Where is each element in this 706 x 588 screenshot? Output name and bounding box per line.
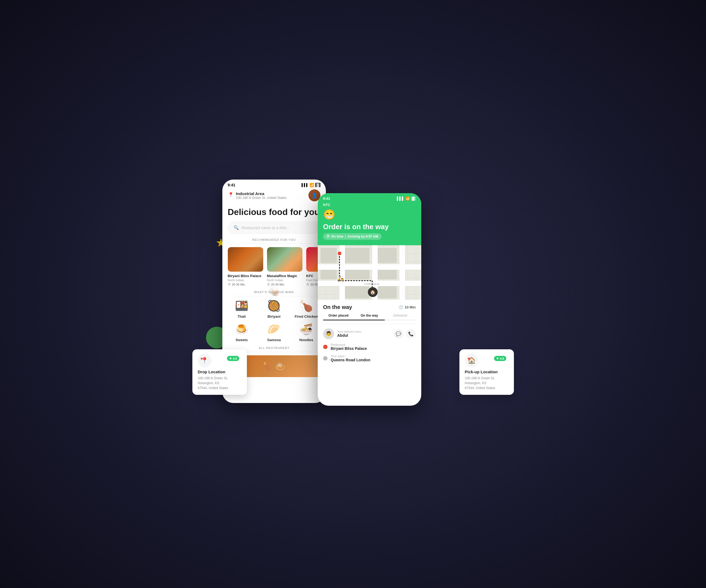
recommended-section: 🍛 Biryani Bliss Palace North Indian ⏱ 20…	[222, 247, 326, 286]
pickup-location-card: 🏠 ♥ ★ 4.8 Pick-up Location 100-198 N Gre…	[459, 349, 514, 395]
drop-rating-badge: ★ 4.8	[227, 356, 239, 361]
p2-status-bar: 9:41 ▌▌▌ 📶 ▓	[323, 193, 416, 203]
clock-badge-icon: ⏱	[326, 235, 330, 238]
step-order-placed[interactable]: Order placed	[323, 314, 354, 320]
delivery-actions: 💬 📞	[393, 329, 416, 339]
delivery-hero-row: 👨 Your delivery hero Abdul 💬 📞	[323, 328, 416, 339]
tracking-header: On the way 🕐 10 Min	[323, 304, 416, 310]
place-label: Your place	[331, 354, 416, 358]
scene: 📍 ♥ ★ 4.8 Drop Location 100-198 N Green …	[190, 171, 517, 417]
delivery-info: 👨 Your delivery hero Abdul 💬 📞 Restauran…	[323, 328, 416, 362]
place-name: Queens Road London	[331, 358, 416, 362]
p2-signal-icon: ▌▌▌	[397, 196, 404, 201]
place-dot	[323, 356, 327, 360]
time-clock-icon: 🕐	[399, 305, 403, 309]
delivery-hero-info: Your delivery hero Abdul	[337, 330, 390, 338]
pickup-icon-circle: 🏠	[465, 354, 478, 367]
step-delivered[interactable]: Delivered	[385, 314, 416, 320]
p2-battery-icon: ▓	[411, 196, 416, 201]
map-rider-icon: 🛵	[337, 275, 344, 282]
p2-map-area: LOWERVAILSE 🏠 🛵	[318, 245, 421, 300]
pickup-card-address: 100-198 N Green St,Hoisington, KS67544, …	[465, 376, 508, 390]
restaurant-dot	[323, 345, 327, 349]
map-home-pin: 🏠	[368, 287, 378, 297]
restaurant-name: Biryani Bliss Palace	[331, 346, 416, 351]
place-row: Your place Queens Road London	[323, 354, 416, 362]
pickup-rating-badge: ★ 4.8	[494, 356, 506, 361]
recommended-scroll: 🍛 Biryani Bliss Palace North Indian ⏱ 20…	[228, 247, 320, 286]
p2-bottom-panel: On the way 🕐 10 Min Order placed On the …	[318, 300, 421, 366]
p2-status-icons: ▌▌▌ 📶 ▓	[397, 196, 416, 201]
tracking-time: 10 Min	[405, 305, 416, 309]
delivery-hero-label: Your delivery hero	[337, 330, 390, 333]
tracking-title: On the way	[323, 304, 352, 310]
delivery-hero-name: Abdul	[337, 333, 390, 338]
time-badge: 🕐 10 Min	[399, 305, 416, 309]
p2-face-emoji: 😁	[323, 209, 416, 221]
drop-card-title: Drop Location	[198, 369, 241, 374]
call-button[interactable]: 📞	[406, 329, 416, 339]
p2-order-title: Order is on the way	[323, 223, 416, 231]
restaurant-row: Restaurant Biryani Bliss Palace	[323, 343, 416, 351]
phone-2-tracking: 9:41 ▌▌▌ 📶 ▓ KFC 😁 Order is on the way ⏱…	[318, 193, 421, 406]
progress-bar[interactable]: Order placed On the way Delivered	[323, 314, 416, 324]
heart-icon: ♥	[201, 356, 203, 361]
delivery-hero-avatar: 👨	[323, 328, 334, 339]
svg-text:LOWERVAILSE: LOWERVAILSE	[364, 283, 380, 285]
star-icon: ★	[229, 357, 232, 360]
restaurant-info: Restaurant Biryani Bliss Palace	[331, 343, 416, 351]
p2-on-time-badge: ⏱ On time | Arriving by 9:57 AM	[323, 233, 382, 240]
p2-top-section: 9:41 ▌▌▌ 📶 ▓ KFC 😁 Order is on the way ⏱…	[318, 193, 421, 245]
drop-location-card: 📍 ♥ ★ 4.8 Drop Location 100-198 N Green …	[192, 349, 247, 395]
place-info: Your place Queens Road London	[331, 354, 416, 362]
svg-point-0	[337, 251, 342, 256]
p2-restaurant-label: KFC	[323, 203, 416, 207]
drop-card-address: 100-198 N Green St,Hoisington, KS67544, …	[198, 376, 241, 390]
p2-wifi-icon: 📶	[405, 196, 410, 201]
step-on-the-way[interactable]: On the way	[354, 314, 385, 320]
p2-time: 9:41	[323, 196, 330, 201]
message-button[interactable]: 💬	[393, 329, 403, 339]
pickup-card-title: Pick-up Location	[465, 369, 508, 374]
restaurant-label: Restaurant	[331, 343, 416, 346]
pickup-star-icon: ★	[496, 357, 499, 360]
p2-arrival-time: Arriving by 9:57 AM	[348, 235, 378, 238]
pickup-heart-icon: ♥	[468, 356, 470, 361]
drop-icon-circle: 📍	[198, 354, 211, 367]
p2-on-time-text: On time	[331, 235, 344, 238]
